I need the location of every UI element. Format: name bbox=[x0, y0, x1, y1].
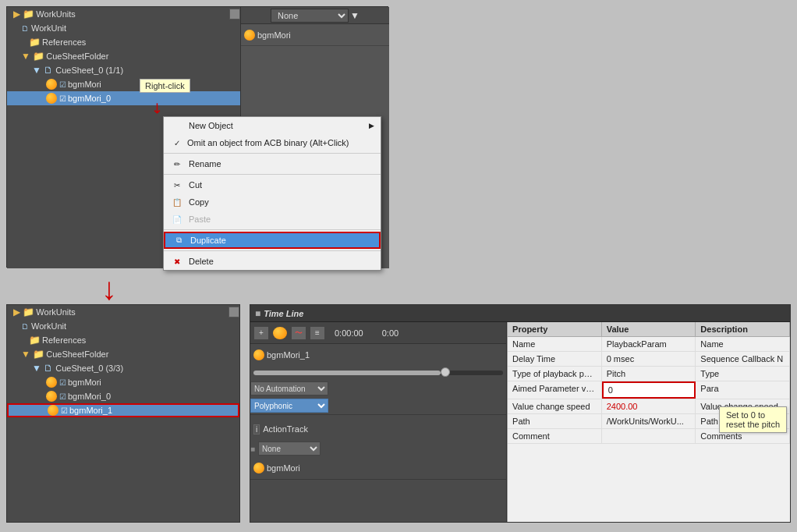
tooltip-text: Set to 0 toreset the pitch bbox=[726, 410, 780, 429]
folder-icon-cuesheet: ▼ 📁 bbox=[21, 51, 44, 62]
ctx-paste[interactable]: 📄 Paste bbox=[164, 211, 381, 228]
track-automation-row: No Automation bbox=[250, 380, 506, 397]
timeline-title: Time Line bbox=[264, 309, 303, 318]
prop-col-value: Value bbox=[602, 322, 696, 336]
ctx-delete[interactable]: ✖ Delete bbox=[164, 253, 381, 270]
ctx-copy[interactable]: 📋 Copy bbox=[164, 193, 381, 211]
folder-icon-references: 📁 bbox=[29, 37, 41, 48]
ctx-delete-label: Delete bbox=[189, 257, 374, 266]
prop-type-value: Pitch bbox=[602, 367, 696, 381]
aimed-value-input[interactable] bbox=[608, 385, 690, 395]
cb-bgmmori0: ☑ bbox=[59, 94, 66, 103]
tree2-bgmmori0[interactable]: ☑ bgmMori_0 bbox=[7, 389, 239, 403]
tree-item-workunits[interactable]: ▶ 📁 WorkUnits bbox=[7, 7, 240, 21]
tree2-label-cuesheet0: CueSheet_0 (3/3) bbox=[55, 364, 123, 373]
obj2-bgmmori1-icon bbox=[48, 405, 58, 416]
tree2-bgmmori1[interactable]: ☑ bgmMori_1 bbox=[7, 403, 239, 417]
ctx-duplicate-label: Duplicate bbox=[190, 236, 373, 245]
copy-icon: 📋 bbox=[170, 198, 184, 207]
track-bgmmori-label: bgmMori bbox=[257, 30, 291, 40]
dropdown-arrow-icon: ▼ bbox=[350, 10, 360, 21]
ctx-cut[interactable]: ✂ Cut bbox=[164, 176, 381, 193]
track-bgmmori-row: bgmMori bbox=[241, 24, 389, 46]
file2-cuesheet0-icon: ▼ 🗋 bbox=[32, 363, 53, 374]
prop-name-key: Name bbox=[508, 337, 602, 351]
wu-icon: 🗋 bbox=[21, 24, 29, 33]
tree2-cuesheet0[interactable]: ▼ 🗋 CueSheet_0 (3/3) bbox=[7, 361, 239, 375]
cb2-bgmmori1: ☑ bbox=[61, 406, 68, 415]
tree2-workunit[interactable]: 🗋 WorkUnit bbox=[7, 319, 239, 333]
tree2-label-bgmmori1: bgmMori_1 bbox=[69, 406, 112, 415]
separator-2 bbox=[164, 174, 381, 175]
list-button[interactable]: ≡ bbox=[310, 326, 325, 340]
tree2-workunits[interactable]: ▶ 📁 WorkUnits bbox=[7, 305, 239, 319]
ctx-duplicate[interactable]: ⧉ Duplicate bbox=[164, 232, 381, 249]
folder2-cuesheet-icon: ▼ 📁 bbox=[21, 349, 44, 360]
tree2-label-cuesheetfolder: CueSheetFolder bbox=[46, 349, 108, 359]
ctx-omit[interactable]: ✓ Omit an object from ACB binary (Alt+Cl… bbox=[164, 134, 381, 151]
tree2-references[interactable]: 📁 References bbox=[7, 333, 239, 347]
prop-type-desc: Type bbox=[696, 367, 790, 381]
tree-item-cuesheetfolder[interactable]: ▼ 📁 CueSheetFolder bbox=[7, 49, 240, 63]
ctx-rename-label: Rename bbox=[189, 159, 374, 168]
tree-item-bgmmori0[interactable]: ☑ bgmMori_0 bbox=[7, 91, 240, 105]
check-icon: ✓ bbox=[170, 139, 184, 147]
prop-path-value: /WorkUnits/WorkU... bbox=[602, 414, 696, 428]
action-icon: ■ bbox=[250, 445, 255, 453]
action-ball-icon bbox=[253, 463, 264, 473]
track-none-dropdown[interactable]: None bbox=[271, 9, 349, 23]
prop-type-key: Type of playback paramet... bbox=[508, 367, 602, 381]
ctx-cut-label: Cut bbox=[189, 180, 374, 190]
track-action-row: i ActionTrack ■ None bgmMori bbox=[250, 418, 506, 480]
tree2-label-references: References bbox=[42, 335, 86, 345]
ctx-new-object[interactable]: New Object ▶ bbox=[164, 117, 381, 134]
add-track-button[interactable]: + bbox=[253, 326, 269, 340]
tree2-label-workunit: WorkUnit bbox=[31, 321, 66, 331]
prop-col-property: Property bbox=[508, 322, 602, 336]
cb2-bgmmori: ☑ bbox=[59, 378, 66, 387]
track-header: None ▼ bbox=[241, 7, 389, 24]
tree-item-bgmmori[interactable]: ☑ bgmMori bbox=[7, 77, 240, 91]
track-bgmmori1-label: bgmMori_1 bbox=[267, 350, 310, 360]
big-arrow-down: ↓ bbox=[101, 273, 117, 304]
prop-header-row: Property Value Description bbox=[508, 322, 790, 337]
slider-handle[interactable] bbox=[441, 367, 450, 377]
track-bgmmori1-icon bbox=[253, 349, 264, 360]
track-mode-row: Polyphonic bbox=[250, 397, 506, 414]
ctx-new-object-label: New Object bbox=[189, 121, 369, 130]
save-icon-bottom bbox=[228, 307, 239, 317]
time-start: 0:00:00 bbox=[335, 328, 363, 338]
right-click-tooltip: Right-click bbox=[140, 79, 190, 93]
tree-label-workunits: WorkUnits bbox=[36, 9, 76, 19]
tooltip-text: Right-click bbox=[145, 81, 185, 90]
prop-aimed-value[interactable] bbox=[602, 381, 696, 399]
property-panel: Property Value Description Name Playback… bbox=[507, 322, 790, 522]
play-button[interactable] bbox=[272, 326, 288, 340]
separator-1 bbox=[164, 153, 381, 154]
prop-aimed-desc: Para bbox=[696, 381, 790, 399]
tree-label-cuesheetfolder: CueSheetFolder bbox=[46, 51, 108, 61]
tree2-bgmmori[interactable]: ☑ bgmMori bbox=[7, 375, 239, 389]
paste-icon: 📄 bbox=[170, 215, 184, 224]
top-panel: ▶ 📁 WorkUnits 🗋 WorkUnit 📁 References ▼ … bbox=[6, 6, 388, 268]
ctx-arrow-icon: ▶ bbox=[369, 122, 374, 129]
tree-item-cuesheet0[interactable]: ▼ 🗋 CueSheet_0 (1/1) bbox=[7, 63, 240, 77]
tree2-cuesheetfolder[interactable]: ▼ 📁 CueSheetFolder bbox=[7, 347, 239, 361]
tree-item-references[interactable]: 📁 References bbox=[7, 35, 240, 49]
automation-dropdown[interactable]: No Automation bbox=[250, 381, 328, 395]
wave-button[interactable]: 〜 bbox=[291, 326, 306, 340]
track-bgmmori1-header: bgmMori_1 bbox=[250, 344, 506, 366]
tree2-label-workunits: WorkUnits bbox=[36, 307, 76, 317]
action-none-dropdown[interactable]: None bbox=[258, 442, 321, 456]
ctx-rename[interactable]: ✏ Rename bbox=[164, 155, 381, 172]
tree-item-workunit[interactable]: 🗋 WorkUnit bbox=[7, 21, 240, 35]
obj-icon-bgmmori bbox=[46, 79, 57, 90]
prop-name-value: PlaybackParam bbox=[602, 337, 696, 351]
tree-label-references: References bbox=[42, 37, 86, 47]
prop-aimed-key: Aimed Parameter value bbox=[508, 381, 602, 399]
prop-delay-value: 0 msec bbox=[602, 352, 696, 366]
action-bgmmori-label: bgmMori bbox=[267, 463, 300, 473]
file-icon-cuesheet0: ▼ 🗋 bbox=[32, 65, 53, 76]
polyphonic-dropdown[interactable]: Polyphonic bbox=[250, 399, 328, 413]
timeline-header: ■ Time Line bbox=[250, 305, 790, 322]
